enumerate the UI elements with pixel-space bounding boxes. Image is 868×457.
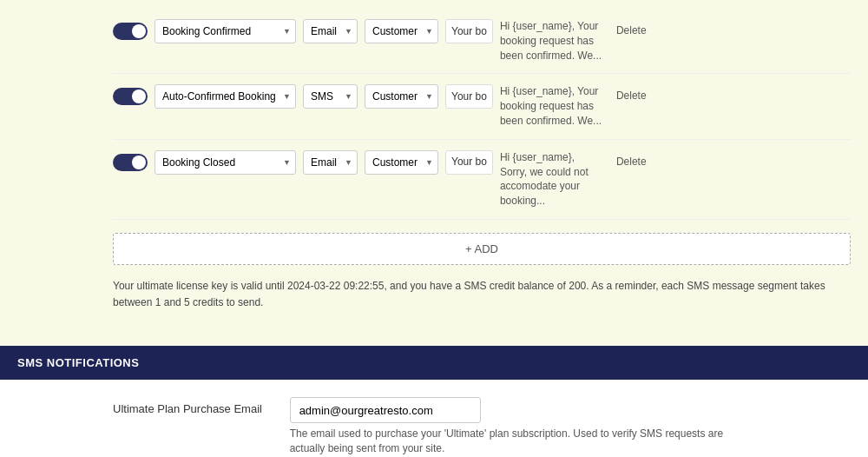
channel-select[interactable]: EmailSMS xyxy=(303,19,358,43)
booking-type-select[interactable]: Booking ConfirmedAuto-Confirmed BookingB… xyxy=(155,19,296,43)
add-notification-button[interactable]: + ADD xyxy=(113,233,851,265)
channel-select[interactable]: EmailSMS xyxy=(303,84,358,109)
recipient-select[interactable]: CustomerAdmin xyxy=(365,150,438,175)
booking-type-select[interactable]: Booking ConfirmedAuto-Confirmed BookingB… xyxy=(155,84,296,109)
channel-select[interactable]: EmailSMS xyxy=(303,150,358,175)
email-field-label: Ultimate Plan Purchase Email xyxy=(113,397,286,415)
message-content: Hi {user_name}, Sorry, we could not acco… xyxy=(500,150,604,209)
email-hint: The email used to purchase your 'Ultimat… xyxy=(290,427,741,456)
notification-row: Booking ConfirmedAuto-Confirmed BookingB… xyxy=(113,74,851,139)
recipient-select[interactable]: CustomerAdmin xyxy=(365,84,438,109)
message-content: Hi {user_name}, Your booking request has… xyxy=(500,84,604,128)
notification-row: Booking ConfirmedAuto-Confirmed BookingB… xyxy=(113,140,851,220)
toggle-1[interactable] xyxy=(113,88,148,105)
email-input[interactable] xyxy=(290,397,481,423)
delete-button[interactable]: Delete xyxy=(611,152,652,171)
license-info: Your ultimate license key is valid until… xyxy=(113,278,851,311)
message-preview-label[interactable]: Your bo xyxy=(445,19,493,43)
delete-button[interactable]: Delete xyxy=(611,21,652,40)
recipient-select[interactable]: CustomerAdmin xyxy=(365,19,438,43)
message-content: Hi {user_name}, Your booking request has… xyxy=(500,19,604,63)
booking-type-select[interactable]: Booking ConfirmedAuto-Confirmed BookingB… xyxy=(155,150,296,175)
toggle-0[interactable] xyxy=(113,23,148,40)
message-preview-label[interactable]: Your bo xyxy=(445,150,493,175)
toggle-2[interactable] xyxy=(113,154,148,171)
sms-section-header: SMS NOTIFICATIONS xyxy=(0,346,868,380)
delete-button[interactable]: Delete xyxy=(611,86,652,105)
notification-row: Booking ConfirmedAuto-Confirmed BookingB… xyxy=(113,9,851,74)
message-preview-label[interactable]: Your bo xyxy=(445,84,493,109)
